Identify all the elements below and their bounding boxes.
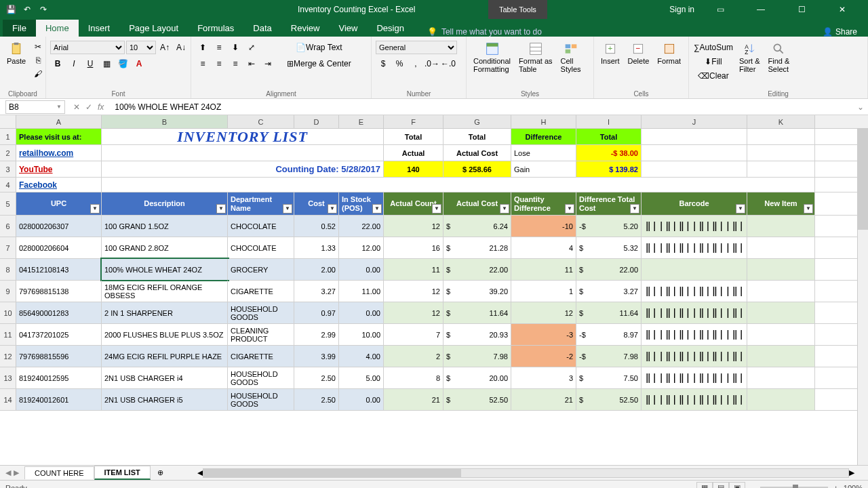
- format-cells-button[interactable]: Format: [654, 41, 684, 66]
- cell-new-item[interactable]: [747, 367, 815, 388]
- cell-upc[interactable]: 028000206604: [16, 237, 102, 258]
- cell-diff-cost[interactable]: $52.50: [576, 389, 642, 410]
- row-header[interactable]: 9: [0, 281, 16, 302]
- table-header[interactable]: Barcode▼: [642, 192, 747, 215]
- cell-actual-cost[interactable]: $7.98: [443, 346, 511, 367]
- cell-dept[interactable]: CIGARETTE: [228, 281, 294, 302]
- bold-icon[interactable]: B: [50, 57, 65, 70]
- cell-upc[interactable]: 041737201025: [16, 324, 102, 345]
- cell-cost[interactable]: 3.99: [294, 346, 339, 367]
- cell-actual-cost[interactable]: $6.24: [443, 216, 511, 237]
- number-format-combo[interactable]: General: [376, 41, 457, 54]
- row-header[interactable]: 7: [0, 237, 16, 258]
- cell-diff-cost[interactable]: -$7.98: [576, 346, 642, 367]
- cell-qty-diff[interactable]: 1: [511, 281, 576, 302]
- cell-desc[interactable]: 2 IN 1 SHARPENER: [102, 302, 228, 323]
- horizontal-scrollbar[interactable]: ◀▶: [197, 468, 854, 479]
- cell-barcode[interactable]: ║││║│║││║│║││║│║││║│║││║│║││║│║: [642, 281, 747, 302]
- cell-cost[interactable]: 1.33: [294, 237, 339, 258]
- cell-barcode[interactable]: ║││║│║││║│║││║│║││║│║││║│║││║│║: [642, 367, 747, 388]
- filter-icon[interactable]: ▼: [630, 204, 639, 214]
- save-icon[interactable]: 💾: [5, 4, 16, 15]
- new-sheet-icon[interactable]: ⊕: [151, 468, 170, 477]
- align-top-icon[interactable]: ⬆: [195, 41, 210, 54]
- cell-actual-count[interactable]: 12: [384, 302, 443, 323]
- cell-new-item[interactable]: [747, 389, 815, 410]
- cell-dept[interactable]: CHOCOLATE: [228, 216, 294, 237]
- cell-barcode[interactable]: ║││║│║││║│║││║│║││║│║││║│║││║│║: [642, 237, 747, 258]
- tab-view[interactable]: View: [329, 20, 367, 37]
- cell-diff-cost[interactable]: $22.00: [576, 259, 642, 280]
- tab-data[interactable]: Data: [243, 20, 281, 37]
- sheet-tab-count-here[interactable]: COUNT HERE: [24, 466, 94, 479]
- row-header[interactable]: 13: [0, 367, 16, 388]
- row-header[interactable]: 3: [0, 161, 16, 177]
- link-retailhow[interactable]: retailhow.com: [16, 145, 102, 161]
- tab-file[interactable]: File: [3, 20, 36, 37]
- zoom-in-icon[interactable]: +: [833, 484, 837, 489]
- filter-icon[interactable]: ▼: [565, 204, 574, 214]
- cell-stock[interactable]: 12.00: [339, 237, 384, 258]
- col-header[interactable]: G: [443, 115, 511, 128]
- fx-icon[interactable]: fx: [98, 102, 104, 112]
- font-color-icon[interactable]: A: [132, 57, 146, 70]
- cell-actual-cost[interactable]: $52.50: [443, 389, 511, 410]
- col-header[interactable]: H: [511, 115, 576, 128]
- cell-dept[interactable]: CLEANING PRODUCT: [228, 324, 294, 345]
- increase-indent-icon[interactable]: ⇥: [260, 57, 275, 70]
- cell-new-item[interactable]: [747, 324, 815, 345]
- col-header[interactable]: J: [642, 115, 747, 128]
- cell-actual-cost[interactable]: $39.20: [443, 281, 511, 302]
- cell-qty-diff[interactable]: 12: [511, 302, 576, 323]
- cell-barcode[interactable]: ║││║│║││║│║││║│║││║│║││║│║││║│║: [642, 346, 747, 367]
- col-header[interactable]: C: [228, 115, 294, 128]
- fill-button[interactable]: ⬇ Fill: [693, 55, 734, 68]
- page-break-view-icon[interactable]: ▣: [729, 482, 745, 489]
- cell-barcode[interactable]: [642, 259, 747, 280]
- cell-actual-cost[interactable]: $20.93: [443, 324, 511, 345]
- col-header[interactable]: E: [339, 115, 384, 128]
- table-header[interactable]: Actual Count▼: [384, 192, 443, 215]
- cell-actual-cost[interactable]: $22.00: [443, 259, 511, 280]
- decrease-decimal-icon[interactable]: ←.0: [441, 57, 456, 70]
- cell-actual-count[interactable]: 8: [384, 367, 443, 388]
- cell-new-item[interactable]: [747, 237, 815, 258]
- cell-upc[interactable]: 797698815596: [16, 346, 102, 367]
- cell-upc[interactable]: 819240012601: [16, 389, 102, 410]
- cell-new-item[interactable]: [747, 302, 815, 323]
- table-header[interactable]: Difference Total Cost▼: [576, 192, 642, 215]
- cell-desc[interactable]: 2000 FLUSHES BLUE PLUS 3.5OZ: [102, 324, 228, 345]
- align-bottom-icon[interactable]: ⬇: [228, 41, 243, 54]
- cell-cost[interactable]: 0.52: [294, 216, 339, 237]
- filter-icon[interactable]: ▼: [432, 204, 441, 214]
- table-header[interactable]: Actual Cost▼: [443, 192, 511, 215]
- sort-filter-button[interactable]: AZSort & Filter: [736, 41, 763, 75]
- cell-qty-diff[interactable]: -10: [511, 216, 576, 237]
- cell-qty-diff[interactable]: -3: [511, 324, 576, 345]
- cell-cost[interactable]: 2.99: [294, 324, 339, 345]
- cell-desc[interactable]: 100 GRAND 2.8OZ: [102, 237, 228, 258]
- cell-qty-diff[interactable]: 11: [511, 259, 576, 280]
- sign-in-link[interactable]: Sign in: [669, 5, 694, 14]
- tell-me-search[interactable]: 💡Tell me what you want to do: [427, 27, 542, 37]
- cell-actual-count[interactable]: 2: [384, 346, 443, 367]
- cell-barcode[interactable]: ║││║│║││║│║││║│║││║│║││║│║││║│║: [642, 216, 747, 237]
- paste-button[interactable]: Paste: [4, 41, 28, 66]
- cell-stock[interactable]: 4.00: [339, 346, 384, 367]
- table-header[interactable]: Description▼: [102, 192, 228, 215]
- tab-design[interactable]: Design: [367, 20, 413, 37]
- cell-stock[interactable]: 0.00: [339, 259, 384, 280]
- zoom-level[interactable]: 100%: [844, 484, 863, 489]
- select-all-corner[interactable]: [0, 115, 16, 129]
- row-header[interactable]: 12: [0, 346, 16, 367]
- filter-icon[interactable]: ▼: [736, 204, 745, 214]
- clear-button[interactable]: ⌫ Clear: [693, 69, 734, 83]
- cell-diff-cost[interactable]: -$5.20: [576, 216, 642, 237]
- cell-upc[interactable]: 819240012595: [16, 367, 102, 388]
- cell-actual-count[interactable]: 21: [384, 389, 443, 410]
- row-header[interactable]: 14: [0, 389, 16, 410]
- tab-formulas[interactable]: Formulas: [188, 20, 243, 37]
- fill-color-icon[interactable]: 🪣: [115, 57, 130, 70]
- cell-dept[interactable]: CIGARETTE: [228, 346, 294, 367]
- link-youtube[interactable]: YouTube: [16, 161, 102, 177]
